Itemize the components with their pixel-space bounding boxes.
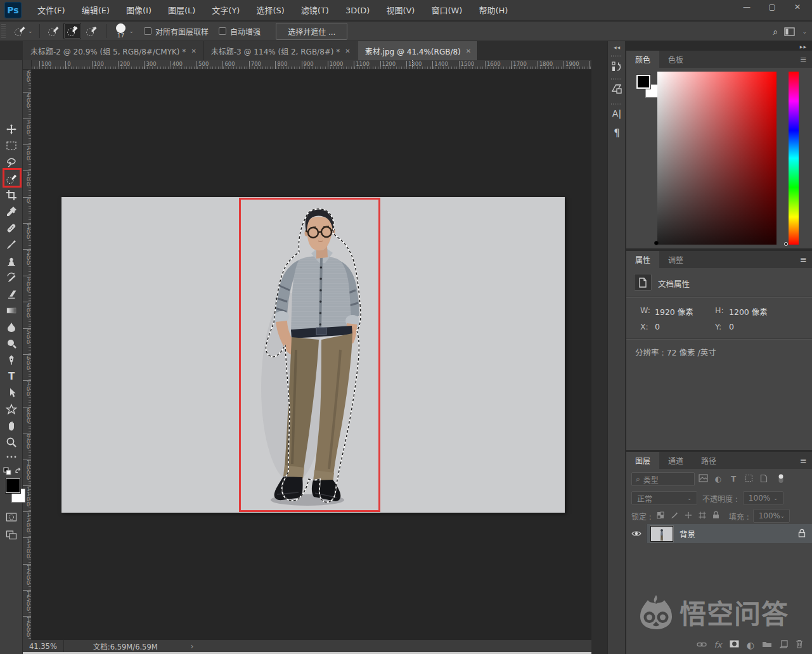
tab-layers[interactable]: 图层 bbox=[626, 452, 659, 469]
panel-menu-icon[interactable]: ≡ bbox=[800, 456, 807, 465]
ruler-corner[interactable] bbox=[23, 60, 32, 70]
add-to-selection-mode-button[interactable] bbox=[63, 23, 81, 39]
tab-adjustments[interactable]: 调整 bbox=[659, 251, 692, 268]
filter-type-layers-icon[interactable]: T bbox=[726, 475, 740, 484]
layer-row-background[interactable]: 背景 bbox=[626, 524, 812, 543]
tab-swatches[interactable]: 色板 bbox=[659, 51, 692, 68]
workspace-switcher-icon[interactable] bbox=[784, 27, 796, 36]
marquee-tool[interactable] bbox=[6, 140, 17, 151]
new-selection-mode-button[interactable] bbox=[44, 23, 62, 39]
filter-toggle-switch[interactable] bbox=[776, 473, 786, 486]
menu-file[interactable]: 文件(F) bbox=[29, 0, 74, 21]
default-and-swap-colors[interactable] bbox=[3, 466, 22, 478]
minimize-button[interactable]: — bbox=[740, 3, 754, 11]
filter-adjustment-layers-icon[interactable]: ◐ bbox=[711, 475, 725, 484]
brush-size-picker[interactable]: 17 ⌄ bbox=[115, 23, 134, 39]
layer-visibility-toggle[interactable] bbox=[626, 524, 647, 543]
blend-mode-dropdown[interactable]: 正常 ⌄ bbox=[631, 491, 697, 505]
doc-tab-untitled3[interactable]: 未标题-3 @ 114% (组 2, RGB/8#) * ✕ bbox=[203, 41, 358, 60]
hue-slider-marker[interactable] bbox=[784, 242, 788, 246]
edit-toolbar-button[interactable] bbox=[6, 454, 17, 461]
close-button[interactable]: ✕ bbox=[790, 3, 804, 11]
menu-layer[interactable]: 图层(L) bbox=[160, 0, 203, 21]
gradient-tool[interactable] bbox=[6, 305, 17, 316]
select-and-mask-button[interactable]: 选择并遮住 ... bbox=[276, 23, 347, 40]
new-group-icon[interactable] bbox=[762, 640, 772, 650]
panel-menu-icon[interactable]: ≡ bbox=[800, 255, 807, 264]
maximize-button[interactable]: ▢ bbox=[765, 3, 779, 11]
tab-color[interactable]: 颜色 bbox=[626, 51, 659, 68]
collapse-panels-icon[interactable]: ▶▶ bbox=[800, 44, 807, 49]
tab-close-icon[interactable]: ✕ bbox=[345, 48, 350, 54]
healing-brush-tool[interactable] bbox=[6, 222, 17, 234]
path-selection-tool[interactable] bbox=[6, 387, 17, 399]
tab-channels[interactable]: 通道 bbox=[659, 452, 692, 469]
auto-enhance-checkbox[interactable]: 自动增强 bbox=[219, 26, 261, 37]
filter-smart-objects-icon[interactable] bbox=[757, 474, 771, 485]
status-arrow-icon[interactable]: › bbox=[191, 642, 194, 651]
expand-panels-icon[interactable]: ◀◀ bbox=[614, 45, 621, 49]
chevron-down-icon[interactable]: ⌄ bbox=[802, 29, 807, 35]
blur-tool[interactable] bbox=[6, 321, 17, 333]
sample-all-layers-checkbox[interactable]: 对所有图层取样 bbox=[144, 26, 209, 37]
lock-image-pixels-icon[interactable] bbox=[669, 511, 680, 521]
menu-window[interactable]: 窗口(W) bbox=[423, 0, 470, 21]
doc-tab-sucai[interactable]: 素材.jpg @ 41.4%(RGB/8) ✕ bbox=[358, 41, 478, 60]
hand-tool[interactable] bbox=[6, 420, 17, 432]
type-tool[interactable]: T bbox=[6, 371, 17, 382]
add-mask-icon[interactable] bbox=[730, 640, 739, 650]
zoom-level-field[interactable]: 41.35% bbox=[23, 640, 64, 652]
doc-tab-untitled2[interactable]: 未标题-2 @ 20.9% (组 5, RGB/8#/CMYK) * ✕ bbox=[23, 41, 203, 60]
crop-tool[interactable] bbox=[6, 189, 17, 201]
move-tool[interactable] bbox=[6, 124, 17, 135]
quick-mask-button[interactable] bbox=[6, 511, 17, 523]
tab-close-icon[interactable]: ✕ bbox=[191, 48, 196, 54]
menu-edit[interactable]: 编辑(E) bbox=[74, 0, 118, 21]
filter-pixel-layers-icon[interactable] bbox=[696, 474, 710, 484]
layer-thumbnail[interactable] bbox=[650, 526, 673, 542]
lock-all-icon[interactable] bbox=[711, 511, 721, 521]
pen-tool[interactable] bbox=[6, 354, 17, 366]
filter-shape-layers-icon[interactable] bbox=[742, 474, 756, 484]
tab-paths[interactable]: 路径 bbox=[692, 452, 725, 469]
new-layer-icon[interactable] bbox=[780, 640, 788, 650]
paragraph-panel-icon[interactable]: ¶ bbox=[610, 127, 623, 140]
panel-menu-icon[interactable]: ≡ bbox=[800, 54, 807, 64]
menu-select[interactable]: 选择(S) bbox=[248, 0, 292, 21]
layer-style-icon[interactable]: fx bbox=[714, 640, 722, 650]
lock-artboard-icon[interactable] bbox=[697, 511, 707, 521]
saturation-brightness-field[interactable] bbox=[657, 72, 777, 245]
subtract-from-selection-mode-button[interactable] bbox=[82, 23, 100, 39]
tab-close-icon[interactable]: ✕ bbox=[466, 48, 471, 54]
h-ruler[interactable]: 1000100200300400500600700800900100011001… bbox=[32, 60, 591, 70]
layer-filter-type-dropdown[interactable]: ⌕ 类型 bbox=[631, 472, 695, 486]
v-ruler[interactable]: 5004003002001000100200300400500600700800… bbox=[23, 70, 32, 640]
menu-view[interactable]: 视图(V) bbox=[378, 0, 423, 21]
lasso-tool[interactable] bbox=[6, 157, 17, 168]
eyedropper-tool[interactable] bbox=[6, 206, 17, 217]
tool-preset-picker[interactable]: ⌄ bbox=[11, 24, 35, 38]
color-foreground-swatch[interactable] bbox=[636, 75, 650, 89]
menu-3d[interactable]: 3D(D) bbox=[337, 0, 378, 21]
opacity-field[interactable]: 100% ⌄ bbox=[743, 491, 783, 505]
history-brush-tool[interactable] bbox=[6, 272, 17, 283]
delete-layer-icon[interactable] bbox=[796, 639, 803, 650]
zoom-tool[interactable] bbox=[6, 437, 17, 448]
layer-comps-panel-icon[interactable] bbox=[610, 83, 623, 96]
tab-properties[interactable]: 属性 bbox=[626, 251, 659, 268]
pasteboard[interactable] bbox=[32, 70, 591, 640]
hue-slider[interactable] bbox=[789, 72, 799, 245]
lock-transparent-pixels-icon[interactable] bbox=[655, 511, 666, 521]
menu-help[interactable]: 帮助(H) bbox=[470, 0, 516, 21]
search-icon[interactable]: ⌕ bbox=[773, 27, 778, 37]
brush-tool[interactable] bbox=[6, 239, 17, 250]
link-layers-icon[interactable] bbox=[697, 641, 707, 650]
clone-stamp-tool[interactable] bbox=[6, 255, 17, 267]
dodge-tool[interactable] bbox=[6, 338, 17, 349]
history-panel-icon[interactable] bbox=[610, 60, 623, 73]
eraser-tool[interactable] bbox=[6, 288, 17, 300]
foreground-color-swatch[interactable] bbox=[6, 478, 20, 493]
menu-image[interactable]: 图像(I) bbox=[118, 0, 160, 21]
custom-shape-tool[interactable] bbox=[6, 404, 17, 415]
menu-filter[interactable]: 滤镜(T) bbox=[293, 0, 337, 21]
